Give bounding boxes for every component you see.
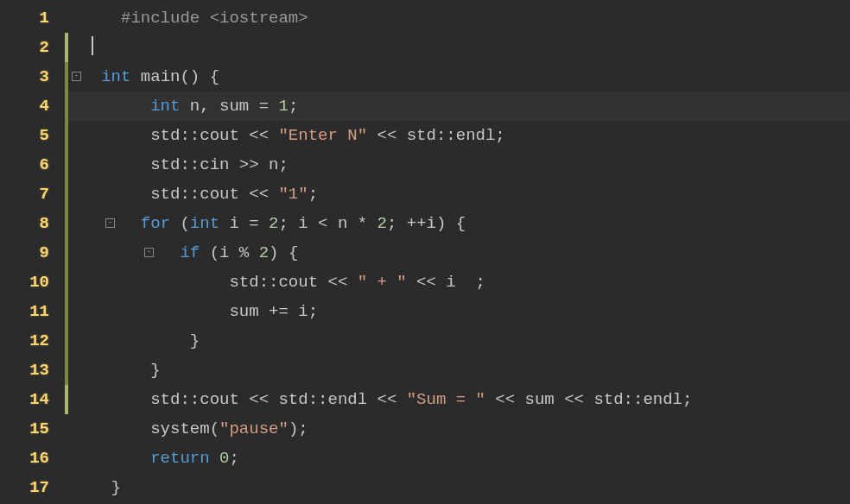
code-line[interactable]: std::cout << "1";	[65, 180, 850, 209]
code-line[interactable]: }	[65, 473, 850, 502]
change-marker	[65, 356, 68, 385]
change-marker	[65, 180, 68, 209]
code-line[interactable]: }	[65, 326, 850, 356]
change-marker	[65, 91, 68, 121]
line-number: 13	[0, 356, 65, 385]
line-number: 2	[0, 33, 65, 62]
line-number: 17	[0, 473, 65, 502]
line-number: 10	[0, 268, 65, 297]
line-number: 6	[0, 150, 65, 180]
line-number: 16	[0, 444, 65, 473]
code-line[interactable]: - int main() {	[65, 62, 850, 91]
change-marker	[65, 121, 68, 150]
code-line[interactable]: int n, sum = 1;	[65, 91, 850, 121]
code-line[interactable]: system("pause");	[65, 414, 850, 444]
code-line[interactable]: - for (int i = 2; i < n * 2; ++i) {	[65, 209, 850, 238]
code-line[interactable]: std::cout << std::endl << "Sum = " << su…	[65, 385, 850, 414]
code-line[interactable]: std::cin >> n;	[65, 150, 850, 180]
code-content[interactable]: #include <iostream> - int main() { int n…	[65, 0, 850, 504]
code-line[interactable]: }	[65, 356, 850, 385]
change-marker	[65, 385, 68, 414]
line-number: 11	[0, 297, 65, 326]
line-number: 5	[0, 121, 65, 150]
line-number: 9	[0, 238, 65, 268]
line-gutter: 1 2 3 4 5 6 7 8 9 10 11 12 13 14 15 16 1…	[0, 0, 65, 504]
fold-toggle-icon[interactable]: -	[105, 218, 115, 228]
change-marker	[65, 33, 68, 62]
preprocessor: #include	[121, 9, 200, 28]
line-number: 4	[0, 91, 65, 121]
fold-toggle-icon[interactable]: -	[72, 72, 81, 81]
change-marker	[65, 268, 68, 297]
line-number: 15	[0, 414, 65, 444]
change-marker	[65, 297, 68, 326]
code-line[interactable]: sum += i;	[65, 297, 850, 326]
line-number: 8	[0, 209, 65, 238]
line-number: 12	[0, 326, 65, 356]
fold-toggle-icon[interactable]: -	[144, 248, 154, 257]
change-marker	[65, 326, 68, 356]
change-marker	[65, 209, 68, 238]
change-marker	[65, 238, 68, 268]
code-line[interactable]: return 0;	[65, 444, 850, 473]
code-line[interactable]: std::cout << " + " << i ;	[65, 268, 850, 297]
line-number: 14	[0, 385, 65, 414]
change-marker	[65, 62, 68, 91]
change-marker	[65, 150, 68, 180]
code-line[interactable]: - if (i % 2) {	[65, 238, 850, 268]
code-editor[interactable]: 1 2 3 4 5 6 7 8 9 10 11 12 13 14 15 16 1…	[0, 0, 850, 504]
text-cursor	[92, 36, 93, 55]
line-number: 3	[0, 62, 65, 91]
line-number: 1	[0, 3, 65, 33]
code-line[interactable]: std::cout << "Enter N" << std::endl;	[65, 121, 850, 150]
code-line[interactable]: #include <iostream>	[65, 3, 850, 33]
line-number: 7	[0, 180, 65, 209]
code-line[interactable]	[65, 33, 850, 62]
